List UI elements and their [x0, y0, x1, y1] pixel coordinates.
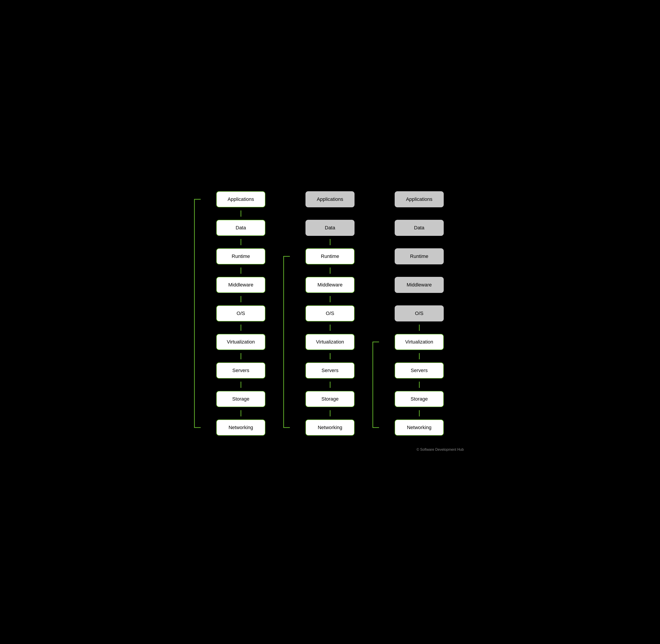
box-wrapper-1-8: Storage: [201, 391, 281, 407]
connector-2-5: [330, 325, 331, 331]
connector-2-2: [330, 239, 331, 245]
box-wrapper-3-2: Data: [379, 220, 459, 236]
connector-2-7: [330, 382, 331, 388]
box-wrapper-3-6: Virtualization: [379, 334, 459, 350]
box-wrapper-2-1: Applications: [290, 191, 370, 207]
box-col3-applications: Applications: [395, 191, 444, 207]
box-col3-runtime: Runtime: [395, 248, 444, 264]
box-wrapper-1-6: Virtualization: [201, 334, 281, 350]
box-col2-storage: Storage: [305, 391, 355, 407]
box-col3-o-s: O/S: [395, 305, 444, 321]
stack-1: ApplicationsDataRuntimeMiddlewareO/SVirt…: [201, 188, 281, 439]
box-col2-applications: Applications: [305, 191, 355, 207]
connector-1-4: [241, 296, 241, 302]
box-col1-middleware: Middleware: [216, 277, 265, 293]
box-wrapper-3-4: Middleware: [379, 277, 459, 293]
box-wrapper-2-6: Virtualization: [290, 334, 370, 350]
box-wrapper-2-5: O/S: [290, 305, 370, 321]
box-wrapper-1-9: Networking: [201, 419, 281, 436]
connector-1-5: [241, 325, 241, 331]
connector-2-4: [330, 296, 331, 302]
box-wrapper-2-7: Servers: [290, 363, 370, 378]
stack-2: ApplicationsDataRuntimeMiddlewareO/SVirt…: [290, 188, 370, 439]
box-wrapper-1-1: Applications: [201, 191, 281, 207]
box-wrapper-2-8: Storage: [290, 391, 370, 407]
box-wrapper-3-3: Runtime: [379, 248, 459, 264]
column-1: ApplicationsDataRuntimeMiddlewareO/SVirt…: [196, 188, 286, 439]
column-3: ApplicationsDataRuntimeMiddlewareO/SVirt…: [374, 188, 464, 439]
box-col1-storage: Storage: [216, 391, 265, 407]
box-col1-servers: Servers: [216, 363, 265, 378]
box-col3-storage: Storage: [395, 391, 444, 407]
connector-1-3: [241, 268, 241, 274]
connector-1-6: [241, 353, 241, 359]
connector-3-4: [419, 296, 419, 302]
column-2: ApplicationsDataRuntimeMiddlewareO/SVirt…: [286, 188, 374, 439]
box-wrapper-1-5: O/S: [201, 305, 281, 321]
box-wrapper-3-8: Storage: [379, 391, 459, 407]
box-col1-o-s: O/S: [216, 305, 265, 321]
box-col2-runtime: Runtime: [305, 248, 355, 264]
box-wrapper-1-4: Middleware: [201, 277, 281, 293]
box-wrapper-2-9: Networking: [290, 419, 370, 436]
box-col1-applications: Applications: [216, 191, 265, 207]
box-wrapper-1-3: Runtime: [201, 248, 281, 264]
box-col1-data: Data: [216, 220, 265, 236]
box-col2-data: Data: [305, 220, 355, 236]
connector-3-2: [419, 239, 419, 245]
box-col1-networking: Networking: [216, 419, 265, 436]
footer: © Software Development Hub: [196, 447, 464, 452]
box-col2-virtualization: Virtualization: [305, 334, 355, 350]
box-wrapper-3-5: O/S: [379, 305, 459, 321]
box-col1-virtualization: Virtualization: [216, 334, 265, 350]
box-wrapper-3-9: Networking: [379, 419, 459, 436]
connector-2-8: [330, 410, 331, 416]
box-col3-data: Data: [395, 220, 444, 236]
connector-1-1: [241, 210, 241, 217]
box-col3-networking: Networking: [395, 419, 444, 436]
box-col3-virtualization: Virtualization: [395, 334, 444, 350]
connector-1-8: [241, 410, 241, 416]
box-col2-middleware: Middleware: [305, 277, 355, 293]
box-wrapper-1-7: Servers: [201, 363, 281, 378]
box-wrapper-1-2: Data: [201, 220, 281, 236]
box-col2-o-s: O/S: [305, 305, 355, 321]
connector-2-1: [330, 210, 331, 217]
box-wrapper-2-4: Middleware: [290, 277, 370, 293]
connector-1-2: [241, 239, 241, 245]
box-col3-middleware: Middleware: [395, 277, 444, 293]
box-col3-servers: Servers: [395, 363, 444, 378]
connector-3-8: [419, 410, 419, 416]
connector-3-5: [419, 325, 419, 331]
box-col1-runtime: Runtime: [216, 248, 265, 264]
connector-3-1: [419, 210, 419, 217]
box-wrapper-3-7: Servers: [379, 363, 459, 378]
box-col2-servers: Servers: [305, 363, 355, 378]
connector-3-7: [419, 382, 419, 388]
stack-3: ApplicationsDataRuntimeMiddlewareO/SVirt…: [379, 188, 459, 439]
connector-3-3: [419, 268, 419, 274]
connector-2-3: [330, 268, 331, 274]
box-wrapper-3-1: Applications: [379, 191, 459, 207]
connector-3-6: [419, 353, 419, 359]
box-col2-networking: Networking: [305, 419, 355, 436]
connector-1-7: [241, 382, 241, 388]
box-wrapper-2-2: Data: [290, 220, 370, 236]
connector-2-6: [330, 353, 331, 359]
main-container: ApplicationsDataRuntimeMiddlewareO/SVirt…: [196, 188, 464, 439]
box-wrapper-2-3: Runtime: [290, 248, 370, 264]
